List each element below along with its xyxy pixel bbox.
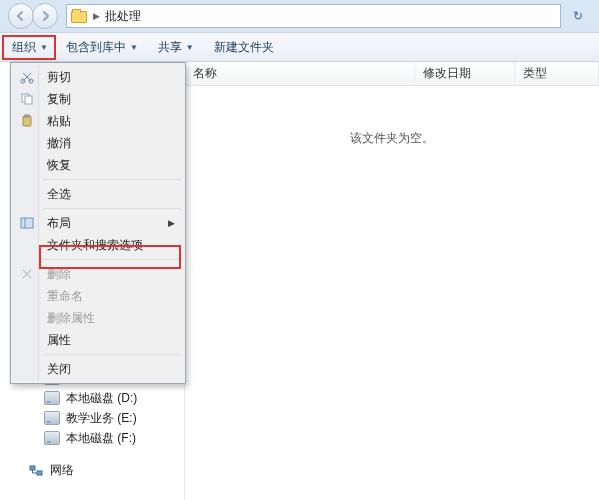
delete-icon — [19, 266, 35, 282]
file-list: 名称 修改日期 类型 该文件夹为空。 — [185, 62, 599, 500]
share-label: 共享 — [158, 39, 182, 56]
tree-item-label: 教学业务 (E:) — [66, 410, 137, 427]
menu-item-label: 关闭 — [47, 361, 71, 378]
column-header-type[interactable]: 类型 — [515, 62, 599, 85]
forward-button[interactable] — [32, 3, 58, 29]
menu-item-label: 删除属性 — [47, 310, 95, 327]
organize-button[interactable]: 组织 ▼ — [2, 35, 56, 60]
chevron-down-icon: ▼ — [186, 43, 194, 52]
menu-item-select-all[interactable]: 全选 — [13, 183, 183, 205]
folder-icon — [69, 6, 89, 26]
menu-separator — [43, 179, 181, 180]
nav-buttons — [8, 3, 58, 29]
menu-item-layout[interactable]: 布局 ▶ — [13, 212, 183, 234]
menu-item-label: 删除 — [47, 266, 71, 283]
chevron-down-icon: ▼ — [130, 43, 138, 52]
menu-item-paste[interactable]: 粘贴 — [13, 110, 183, 132]
tree-item-drive[interactable]: 本地磁盘 (F:) — [0, 428, 184, 448]
new-folder-button[interactable]: 新建文件夹 — [204, 35, 284, 60]
organize-menu: 剪切 复制 粘贴 撤消 恢复 全选 布局 ▶ 文件夹和搜索选项 删 — [10, 62, 186, 384]
menu-item-properties[interactable]: 属性 — [13, 329, 183, 351]
tree-item-drive[interactable]: 本地磁盘 (D:) — [0, 388, 184, 408]
menu-item-rename: 重命名 — [13, 285, 183, 307]
menu-item-label: 恢复 — [47, 157, 71, 174]
menu-item-copy[interactable]: 复制 — [13, 88, 183, 110]
column-header-date[interactable]: 修改日期 — [415, 62, 515, 85]
svg-rect-1 — [37, 471, 42, 475]
menu-item-cut[interactable]: 剪切 — [13, 66, 183, 88]
refresh-icon: ↻ — [573, 9, 583, 23]
menu-item-close[interactable]: 关闭 — [13, 358, 183, 380]
menu-item-delete: 删除 — [13, 263, 183, 285]
chevron-right-icon: ▶ — [91, 11, 101, 21]
chevron-right-icon: ▶ — [168, 218, 175, 228]
tree-item-label: 本地磁盘 (D:) — [66, 390, 137, 407]
tree-item-label: 本地磁盘 (F:) — [66, 430, 136, 447]
svg-rect-7 — [25, 115, 29, 117]
arrow-left-icon — [15, 10, 27, 22]
menu-item-folder-options[interactable]: 文件夹和搜索选项 — [13, 234, 183, 256]
menu-item-label: 布局 — [47, 215, 71, 232]
svg-rect-5 — [25, 96, 32, 104]
menu-separator — [43, 259, 181, 260]
arrow-right-icon — [39, 10, 51, 22]
paste-icon — [19, 113, 35, 129]
tree-item-drive[interactable]: 教学业务 (E:) — [0, 408, 184, 428]
menu-item-label: 剪切 — [47, 69, 71, 86]
svg-rect-8 — [21, 218, 33, 228]
titlebar: ▶ 批处理 ↻ — [0, 0, 599, 32]
network-icon — [28, 463, 44, 477]
menu-item-label: 文件夹和搜索选项 — [47, 237, 143, 254]
layout-icon — [19, 215, 35, 231]
command-bar: 组织 ▼ 包含到库中 ▼ 共享 ▼ 新建文件夹 — [0, 32, 599, 62]
share-button[interactable]: 共享 ▼ — [148, 35, 204, 60]
organize-label: 组织 — [12, 39, 36, 56]
address-bar[interactable]: ▶ 批处理 — [66, 4, 561, 28]
empty-folder-message: 该文件夹为空。 — [185, 130, 599, 147]
breadcrumb-segment[interactable]: 批处理 — [101, 8, 145, 25]
menu-item-label: 撤消 — [47, 135, 71, 152]
svg-rect-0 — [30, 466, 35, 470]
menu-item-label: 重命名 — [47, 288, 83, 305]
menu-item-label: 全选 — [47, 186, 71, 203]
column-header-name[interactable]: 名称 — [185, 62, 415, 85]
menu-item-label: 粘贴 — [47, 113, 71, 130]
tree-item-label: 网络 — [50, 462, 74, 479]
back-button[interactable] — [8, 3, 34, 29]
copy-icon — [19, 91, 35, 107]
menu-separator — [43, 208, 181, 209]
tree-item-network[interactable]: 网络 — [0, 460, 184, 480]
drive-icon — [44, 391, 60, 405]
drive-icon — [44, 431, 60, 445]
menu-item-redo[interactable]: 恢复 — [13, 154, 183, 176]
cut-icon — [19, 69, 35, 85]
menu-separator — [43, 354, 181, 355]
include-in-library-button[interactable]: 包含到库中 ▼ — [56, 35, 148, 60]
include-label: 包含到库中 — [66, 39, 126, 56]
chevron-down-icon: ▼ — [40, 43, 48, 52]
menu-item-remove-properties: 删除属性 — [13, 307, 183, 329]
column-headers: 名称 修改日期 类型 — [185, 62, 599, 86]
drive-icon — [44, 411, 60, 425]
new-folder-label: 新建文件夹 — [214, 39, 274, 56]
menu-item-undo[interactable]: 撤消 — [13, 132, 183, 154]
menu-item-label: 属性 — [47, 332, 71, 349]
menu-item-label: 复制 — [47, 91, 71, 108]
refresh-button[interactable]: ↻ — [565, 4, 591, 28]
